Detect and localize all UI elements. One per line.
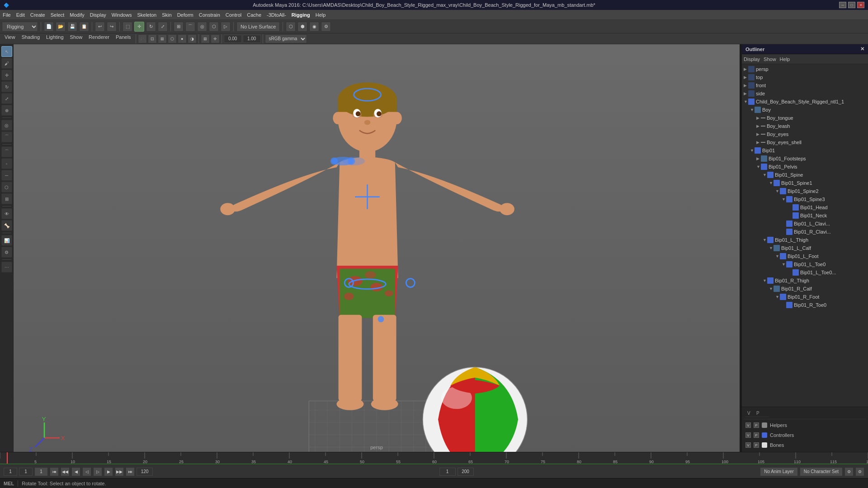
attr-editor-lt[interactable]: ⚙	[1, 247, 12, 258]
tree-item[interactable]: ▼Bip01_R_Foot	[742, 293, 868, 301]
vp-smooth-btn[interactable]: ●	[178, 34, 187, 43]
select-tool-lt[interactable]: ↖	[1, 46, 12, 57]
undo-btn[interactable]: ↩	[95, 22, 105, 32]
tree-arrow[interactable]: ▼	[782, 262, 786, 267]
layer-visibility-btn[interactable]: V	[745, 422, 751, 428]
vp-frame-btn[interactable]: ⊞	[158, 34, 167, 43]
tree-item[interactable]: ▶Boy_eyes_shell	[742, 138, 868, 146]
layer-playback-btn[interactable]: P	[754, 442, 759, 448]
layer-playback-btn[interactable]: P	[754, 422, 759, 428]
outliner-tab-display[interactable]: Display	[744, 56, 760, 62]
render-settings-btn[interactable]: ⚙	[321, 22, 331, 32]
save-file-btn[interactable]: 💾	[67, 22, 77, 32]
step-back-btn[interactable]: ◀	[71, 467, 80, 476]
tree-item[interactable]: ▶Boy_eyes	[742, 130, 868, 138]
menu-help[interactable]: Help	[316, 12, 326, 18]
timeline-ruler[interactable]	[0, 452, 868, 465]
tree-arrow[interactable]: ▼	[769, 246, 774, 250]
tree-item[interactable]: Bip01_R_Toe0	[742, 301, 868, 309]
menu-skeleton[interactable]: Skeleton	[137, 12, 156, 18]
paint-tool-lt[interactable]: 🖌	[1, 58, 12, 69]
ipr-btn[interactable]: ◉	[309, 22, 319, 32]
move-tool-btn[interactable]: ✛	[134, 22, 144, 32]
playback-end-field[interactable]	[458, 468, 474, 476]
playback-start-field[interactable]	[439, 468, 456, 476]
tree-item[interactable]: ▶Bip01_Footsteps	[742, 155, 868, 163]
select-tool-btn[interactable]: ⬚	[123, 22, 132, 32]
play-fwd-btn[interactable]: ▷	[93, 467, 102, 476]
scale-tool-lt[interactable]: ⤢	[1, 93, 12, 104]
playback-settings-btn[interactable]: ⚙	[844, 467, 854, 476]
save-as-btn[interactable]: 📋	[79, 22, 89, 32]
tree-item[interactable]: ▼Bip01_L_Calf	[742, 244, 868, 252]
move-tool-lt[interactable]: ✛	[1, 70, 12, 80]
tree-arrow[interactable]: ▶	[744, 75, 748, 80]
timeline-canvas[interactable]	[0, 452, 868, 465]
tree-item[interactable]: ▶front	[742, 81, 868, 89]
vp-menu-lighting[interactable]: Lighting	[43, 34, 66, 43]
tree-arrow[interactable]: ▶	[756, 140, 761, 145]
live-surface-btn[interactable]: No Live Surface	[236, 22, 280, 32]
layer-row[interactable]: VPHelpers	[744, 420, 866, 430]
maximize-button[interactable]: □	[848, 2, 855, 8]
tree-item[interactable]: ▼Boy	[742, 106, 868, 114]
tree-arrow[interactable]: ▶	[756, 124, 761, 128]
tree-item[interactable]: ▶persp	[742, 65, 868, 73]
tree-item[interactable]: ▼Bip01_Spine2	[742, 187, 868, 195]
vp-fit-btn[interactable]: ⊡	[148, 34, 157, 43]
gamma-select[interactable]: sRGB gamma	[265, 34, 307, 43]
tree-item[interactable]: Bip01_R_Clavi...	[742, 228, 868, 236]
snap-surface-btn[interactable]: ⬡	[209, 22, 219, 32]
tree-arrow[interactable]: ▶	[756, 132, 761, 136]
vp-grid-btn[interactable]: ⊞	[201, 34, 210, 43]
tree-arrow[interactable]: ▼	[775, 295, 780, 299]
tree-item[interactable]: ▼Child_Boy_Beach_Style_Rigged_ntl1_1	[742, 98, 868, 106]
close-button[interactable]: ✕	[857, 2, 864, 8]
vp-menu-show[interactable]: Show	[67, 34, 85, 43]
tree-item[interactable]: ▶Boy_tongue	[742, 114, 868, 122]
render-btn[interactable]: ⬡	[286, 22, 296, 32]
vp-wireframe-btn[interactable]: ⬡	[168, 34, 177, 43]
next-keyframe-btn[interactable]: ▶▶	[115, 467, 124, 476]
playback-settings2-btn[interactable]: ⚙	[855, 467, 864, 476]
rotate-tool-btn[interactable]: ↻	[146, 22, 156, 32]
tree-arrow[interactable]: ▼	[750, 148, 755, 153]
layer-visibility-btn[interactable]: V	[745, 432, 751, 438]
snap-view-btn[interactable]: ▷	[221, 22, 231, 32]
soft-select-lt[interactable]: ◎	[1, 120, 12, 131]
outliner-close-btn[interactable]: ✕	[860, 46, 864, 52]
face-lt[interactable]: ⬡	[1, 182, 12, 192]
tree-arrow[interactable]: ▼	[750, 108, 755, 112]
misc-lt[interactable]: ⋯	[1, 262, 12, 272]
scale-tool-btn[interactable]: ⤢	[158, 22, 168, 32]
layer-row[interactable]: VPControllers	[744, 430, 866, 440]
tree-item[interactable]: ▼Bip01_Spine1	[742, 179, 868, 187]
menu-skin[interactable]: Skin	[162, 12, 171, 18]
outliner-tree[interactable]: ▶persp▶top▶front▶side▼Child_Boy_Beach_St…	[742, 64, 868, 407]
layer-visibility-btn[interactable]: V	[745, 442, 751, 448]
vp-menu-panels[interactable]: Panels	[113, 34, 134, 43]
menu-control[interactable]: Control	[226, 12, 241, 18]
render-seq-btn[interactable]: ⬢	[297, 22, 307, 32]
tree-item[interactable]: ▼Bip01_Spine3	[742, 195, 868, 203]
timeline-area[interactable]	[0, 452, 868, 465]
jump-end-btn[interactable]: ⏭	[126, 467, 135, 476]
tree-item[interactable]: Bip01_Neck	[742, 211, 868, 220]
curve-lt[interactable]: ⌒	[1, 146, 12, 157]
tree-item[interactable]: ▶side	[742, 89, 868, 98]
char-set-btn[interactable]: No Character Set	[800, 467, 843, 476]
vp-shaded-btn[interactable]: ◑	[188, 34, 197, 43]
menu-deform[interactable]: Deform	[177, 12, 193, 18]
transform-tool-lt[interactable]: ⊕	[1, 105, 12, 116]
snap-grid-btn[interactable]: ⊞	[174, 22, 184, 32]
rotate-tool-lt[interactable]: ↻	[1, 81, 12, 92]
outliner-tab-help[interactable]: Help	[780, 56, 790, 62]
new-file-btn[interactable]: 📄	[44, 22, 54, 32]
vp-menu-renderer[interactable]: Renderer	[86, 34, 112, 43]
menu-modify[interactable]: Modify	[70, 12, 84, 18]
menu-constrain[interactable]: Constrain	[199, 12, 220, 18]
lasso-tool-lt[interactable]: ⌒	[1, 131, 12, 142]
snap-point-btn[interactable]: ◎	[197, 22, 207, 32]
tree-arrow[interactable]: ▼	[775, 254, 780, 258]
uv-lt[interactable]: ⊞	[1, 193, 12, 204]
